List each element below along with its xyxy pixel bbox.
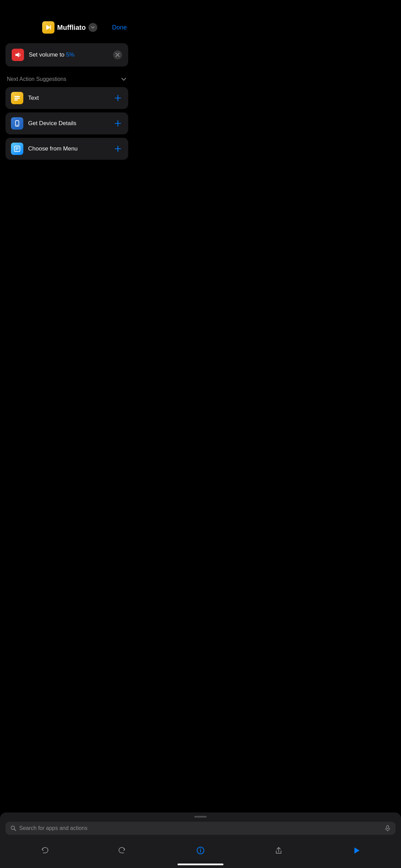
action-icon-volume xyxy=(12,49,24,61)
suggestion-icon-text xyxy=(11,92,23,104)
add-suggestion-text-button[interactable] xyxy=(113,93,123,103)
nav-bar: Muffliato Done xyxy=(0,19,134,38)
done-button[interactable]: Done xyxy=(112,24,127,31)
app-icon-nav xyxy=(42,21,54,34)
action-close-button[interactable] xyxy=(113,50,122,59)
suggestion-item-device[interactable]: Get Device Details xyxy=(5,112,128,134)
suggestions-collapse-button[interactable] xyxy=(121,76,127,82)
action-card: Set volume to 5% xyxy=(5,43,128,67)
svg-point-13 xyxy=(17,124,17,125)
suggestion-label-device: Get Device Details xyxy=(28,120,108,127)
suggestions-title: Next Action Suggestions xyxy=(7,76,66,82)
status-bar xyxy=(0,0,134,19)
nav-center: Muffliato xyxy=(42,21,97,34)
suggestion-label-text: Text xyxy=(28,95,108,101)
svg-rect-8 xyxy=(14,99,18,100)
chevron-circle[interactable] xyxy=(88,23,97,32)
suggestion-item-menu[interactable]: Choose from Menu xyxy=(5,138,128,160)
nav-title: Muffliato xyxy=(57,24,86,32)
suggestion-icon-device xyxy=(11,117,23,130)
suggestion-icon-menu xyxy=(11,143,23,155)
svg-rect-6 xyxy=(14,96,20,97)
svg-rect-12 xyxy=(16,125,18,126)
action-text: Set volume to 5% xyxy=(29,51,108,58)
suggestions-header: Next Action Suggestions xyxy=(5,76,128,82)
add-suggestion-device-button[interactable] xyxy=(113,119,123,128)
add-suggestion-menu-button[interactable] xyxy=(113,144,123,154)
suggestion-label-menu: Choose from Menu xyxy=(28,145,108,152)
svg-marker-3 xyxy=(15,52,19,57)
svg-rect-7 xyxy=(14,98,20,99)
suggestion-item-text[interactable]: Text xyxy=(5,87,128,109)
svg-rect-2 xyxy=(50,25,51,30)
